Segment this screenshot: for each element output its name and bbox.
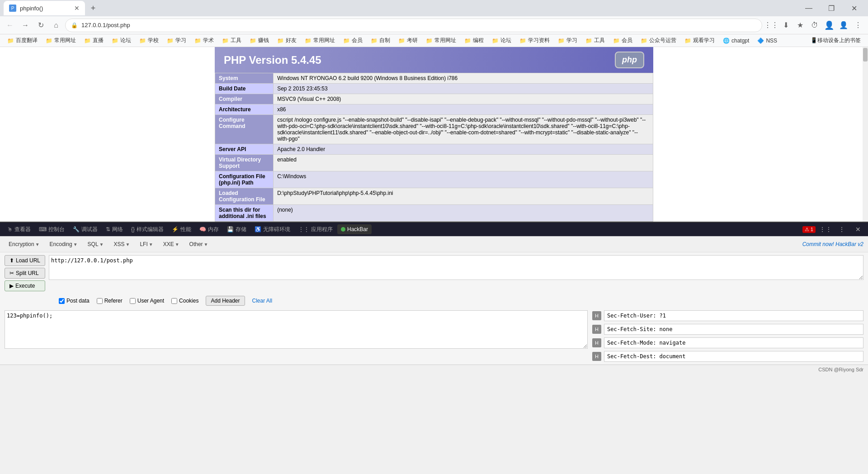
bookmark-item[interactable]: 📁观看学习	[681, 36, 718, 45]
devtool-debugger[interactable]: 🔧 调试器	[69, 224, 101, 235]
table-cell-value: MSVC9 (Visual C++ 2008)	[274, 94, 653, 104]
bookmark-item[interactable]: 📁百度翻译	[4, 36, 41, 45]
sync-button[interactable]: 👤	[837, 19, 850, 32]
bookmark-item[interactable]: 📁会员	[340, 36, 366, 45]
tab-close-button[interactable]: ✕	[74, 5, 80, 12]
forward-button[interactable]: →	[19, 19, 32, 32]
referer-checkbox[interactable]: Referer	[97, 298, 123, 304]
bookmark-item[interactable]: 📁学术	[191, 36, 217, 45]
bookmark-item[interactable]: 📁常用网址	[422, 36, 460, 45]
menu-xss[interactable]: XSS ▼	[109, 239, 134, 249]
new-tab-button[interactable]: +	[87, 2, 99, 14]
devtool-network[interactable]: ⇅ 网络	[102, 224, 127, 235]
user-agent-input[interactable]	[130, 298, 136, 304]
header-input-0[interactable]	[604, 310, 863, 321]
scrollbar[interactable]	[863, 47, 868, 222]
devtool-accessibility[interactable]: ♿ 无障碍环境	[251, 224, 294, 235]
post-data-checkbox[interactable]: Post data	[59, 298, 90, 304]
bookmark-item[interactable]: 📁论坛	[108, 36, 135, 45]
bookmark-item[interactable]: 📁直播	[80, 36, 107, 45]
post-data-input-area[interactable]	[5, 310, 588, 349]
devtools-responsive-button[interactable]: ⋮⋮	[819, 223, 832, 236]
bookmarks-button[interactable]: ★	[794, 19, 807, 32]
devtool-storage[interactable]: 💾 存储	[223, 224, 250, 235]
browser-tab[interactable]: P phpinfo() ✕	[4, 1, 85, 15]
bookmark-item[interactable]: 📁常用网址	[42, 36, 80, 45]
bookmark-item[interactable]: 📁会员	[609, 36, 636, 45]
close-button[interactable]: ✕	[844, 1, 864, 15]
bookmark-item[interactable]: 📁工具	[582, 36, 609, 45]
devtool-memory[interactable]: 🧠 内存	[196, 224, 222, 235]
scrollbar-thumb[interactable]	[863, 48, 868, 62]
bookmark-item[interactable]: 📁论坛	[488, 36, 515, 45]
header-input-2[interactable]	[604, 337, 863, 348]
clear-all-button[interactable]: Clear All	[252, 298, 273, 304]
bookmark-item[interactable]: 📁自制	[367, 36, 394, 45]
bookmark-item[interactable]: 📁考研	[395, 36, 421, 45]
mobile-bookmarks[interactable]: 📱移动设备上的书签	[807, 36, 864, 45]
history-button[interactable]: ⏱	[808, 19, 821, 32]
bookmark-item[interactable]: 📁常用网址	[301, 36, 339, 45]
table-row: Scan this dir for additional .ini files …	[215, 205, 653, 222]
back-button[interactable]: ←	[4, 19, 16, 32]
downloads-button[interactable]: ⬇	[779, 19, 792, 32]
devtools-close-button[interactable]: ✕	[852, 223, 864, 236]
devtool-hackbar[interactable]: HackBar	[337, 224, 372, 234]
table-cell-value: (none)	[274, 205, 653, 222]
menu-button[interactable]: ⋮	[852, 19, 864, 32]
bookmark-item[interactable]: 📁编程	[461, 36, 487, 45]
cookies-checkbox[interactable]: Cookies	[171, 298, 198, 304]
menu-xxe[interactable]: XXE ▼	[159, 239, 184, 249]
referer-input[interactable]	[97, 298, 103, 304]
devtools-more-button[interactable]: ⋮	[835, 223, 848, 236]
maximize-button[interactable]: ❐	[821, 1, 842, 15]
devtool-application[interactable]: ⋮⋮ 应用程序	[295, 224, 336, 235]
table-row: Server API Apache 2.0 Handler	[215, 144, 653, 155]
bookmark-item[interactable]: 🌐chatgpt	[719, 37, 753, 45]
header-h-label-3: H	[592, 352, 601, 361]
menu-encryption[interactable]: Encryption ▼	[5, 239, 44, 249]
refresh-button[interactable]: ↻	[34, 19, 47, 32]
add-header-button[interactable]: Add Header	[206, 296, 245, 306]
bookmark-item[interactable]: 📁学校	[136, 36, 162, 45]
bookmark-item[interactable]: 📁赚钱	[246, 36, 273, 45]
menu-xss-arrow: ▼	[126, 242, 130, 247]
menu-sql[interactable]: SQL ▼	[84, 239, 108, 249]
devtool-style-editor[interactable]: {} 样式编辑器	[127, 224, 167, 235]
header-input-1[interactable]	[604, 324, 863, 335]
post-data-input[interactable]	[59, 298, 65, 304]
profile-button[interactable]: 👤	[823, 19, 835, 32]
devtool-performance[interactable]: ⚡ 性能	[168, 224, 195, 235]
load-url-button[interactable]: ⬆ Load URL	[5, 255, 45, 266]
tab-title: phpinfo()	[20, 5, 71, 12]
bookmark-item[interactable]: 📁学习	[554, 36, 581, 45]
devtool-inspector[interactable]: 🖱 查看器	[4, 224, 34, 235]
menu-encoding[interactable]: Encoding ▼	[46, 239, 82, 249]
bookmark-item[interactable]: 📁公众号运营	[637, 36, 680, 45]
commit-button[interactable]: Commit now! HackBar v2	[802, 241, 863, 247]
bookmark-item[interactable]: 📁学习	[163, 36, 190, 45]
home-button[interactable]: ⌂	[50, 19, 62, 32]
bookmark-item[interactable]: 📁学习资料	[516, 36, 553, 45]
bookmark-item[interactable]: 📁好友	[274, 36, 300, 45]
split-url-button[interactable]: ✂ Split URL	[5, 268, 45, 279]
user-agent-checkbox[interactable]: User Agent	[130, 298, 164, 304]
address-bar[interactable]: 🔒 127.0.0.1/post.php	[65, 19, 762, 32]
url-input[interactable]	[49, 255, 863, 280]
devtools-bar: 🖱 查看器 ⌨ 控制台 🔧 调试器 ⇅ 网络 {} 样式编辑器 ⚡ 性能 🧠 内…	[0, 222, 868, 236]
bookmark-item[interactable]: 🔷NSS	[754, 37, 781, 45]
menu-other[interactable]: Other ▼	[185, 239, 212, 249]
bookmark-item[interactable]: 📁工具	[218, 36, 245, 45]
execute-button[interactable]: ▶ Execute	[5, 280, 45, 291]
browser-chrome: P phpinfo() ✕ + — ❐ ✕ ← → ↻ ⌂ 🔒 127.0.0.…	[0, 0, 868, 47]
table-row: Compiler MSVC9 (Visual C++ 2008)	[215, 94, 653, 104]
header-input-3[interactable]	[604, 351, 863, 362]
menu-lfi[interactable]: LFI ▼	[136, 239, 157, 249]
menu-sql-label: SQL	[88, 241, 99, 247]
minimize-button[interactable]: —	[798, 1, 819, 15]
cookies-input[interactable]	[171, 298, 177, 304]
extensions-button[interactable]: ⋮⋮	[765, 19, 778, 32]
hackbar-post-row: H H H H	[0, 308, 868, 365]
devtool-console[interactable]: ⌨ 控制台	[35, 224, 68, 235]
load-url-label: Load URL	[16, 257, 40, 264]
